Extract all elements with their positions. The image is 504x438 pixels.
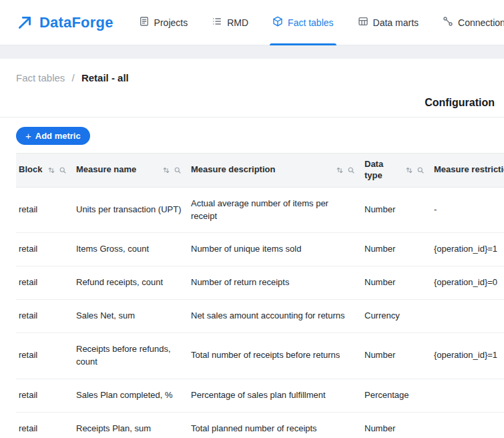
column-label: Data type [364, 159, 401, 182]
connections-icon [443, 16, 453, 29]
cell-type: Number [362, 333, 431, 379]
cell-block: retail [16, 300, 73, 333]
cell-block: retail [16, 379, 73, 412]
add-metric-button[interactable]: + Add metric [16, 127, 90, 145]
cell-type: Number [362, 266, 431, 300]
cell-description: Percentage of sales plan fulfillment [188, 379, 362, 412]
top-navigation: DataForge Projects RMD [0, 0, 504, 45]
cell-description: Total planned number of receipts [188, 412, 362, 438]
section-header: Configuration [0, 97, 504, 118]
content-area: Fact tables / Retail - all Configuration… [0, 59, 504, 438]
nav-item-label: Fact tables [288, 17, 333, 28]
cell-type: Number [362, 187, 431, 233]
metrics-table-wrap: BlockMeasure nameMeasure descriptionData… [16, 153, 504, 438]
metrics-table: BlockMeasure nameMeasure descriptionData… [16, 153, 504, 438]
cell-restrictions: {operation_id}=1 [431, 333, 504, 379]
column-header-description[interactable]: Measure description [188, 154, 362, 188]
brand-name: DataForge [39, 14, 113, 31]
cell-description: Total number of receipts before returns [188, 333, 362, 379]
brand-logo[interactable]: DataForge [16, 14, 113, 31]
metrics-table-body: retailUnits per transaction (UPT)Actual … [16, 187, 504, 438]
cell-description: Net sales amount accounting for returns [188, 300, 362, 333]
data-marts-icon [358, 16, 368, 29]
column-label: Measure description [191, 164, 275, 176]
cell-block: retail [16, 333, 73, 379]
cell-name: Sales Net, sum [73, 300, 188, 333]
column-header-name[interactable]: Measure name [73, 154, 188, 188]
cell-type: Number [362, 233, 431, 266]
column-controls [47, 166, 67, 174]
cell-restrictions: {operation_id}=1 [431, 233, 504, 266]
column-header-type[interactable]: Data type [362, 154, 431, 188]
nav-item-label: Projects [154, 17, 188, 28]
nav-item-fact-tables[interactable]: Fact tables [272, 0, 333, 45]
cell-description: Actual average number of items per recei… [188, 187, 362, 233]
table-row[interactable]: retailSales Net, sumNet sales amount acc… [16, 300, 504, 333]
cell-name: Units per transaction (UPT) [73, 187, 188, 233]
search-icon[interactable] [417, 166, 425, 174]
cell-block: retail [16, 266, 73, 300]
search-icon[interactable] [347, 166, 355, 174]
cell-name: Items Gross, count [73, 233, 188, 266]
search-icon[interactable] [59, 166, 67, 174]
cell-description: Number of return receipts [188, 266, 362, 300]
breadcrumb-separator: / [72, 72, 75, 83]
sort-icon[interactable] [405, 166, 413, 174]
search-icon[interactable] [174, 166, 182, 174]
cell-restrictions [431, 379, 504, 412]
nav-item-label: Connections [458, 17, 504, 28]
column-controls [405, 166, 425, 174]
cell-name: Receipts Plan, sum [73, 412, 188, 438]
cell-name: Refund receipts, count [73, 266, 188, 300]
projects-icon [139, 16, 150, 29]
nav-item-connections[interactable]: Connections [443, 0, 504, 45]
table-row[interactable]: retailItems Gross, countNumber of unique… [16, 233, 504, 266]
cell-type: Number [362, 412, 431, 438]
column-controls [162, 166, 182, 174]
cell-type: Currency [362, 300, 431, 333]
column-label: Measure restrictions [434, 164, 504, 176]
cell-name: Sales Plan completed, % [73, 379, 188, 412]
breadcrumb: Fact tables / Retail - all [0, 59, 504, 83]
rmd-icon [212, 16, 222, 29]
column-header-block[interactable]: Block [16, 154, 73, 188]
cell-restrictions [431, 412, 504, 438]
cell-restrictions [431, 300, 504, 333]
nav-item-data-marts[interactable]: Data marts [358, 0, 419, 45]
nav-items: Projects RMD Fact tables [139, 0, 504, 45]
column-controls [336, 166, 355, 174]
nav-item-label: Data marts [373, 17, 419, 28]
column-label: Measure name [76, 164, 136, 176]
table-row[interactable]: retailUnits per transaction (UPT)Actual … [16, 187, 504, 233]
table-row[interactable]: retailReceipts before refunds, countTota… [16, 333, 504, 379]
cell-block: retail [16, 187, 73, 233]
table-row[interactable]: retailSales Plan completed, %Percentage … [16, 379, 504, 412]
cell-block: retail [16, 412, 73, 438]
plus-icon: + [25, 131, 31, 141]
nav-item-label: RMD [227, 17, 248, 28]
cell-restrictions: - [431, 187, 504, 233]
table-row[interactable]: retailRefund receipts, countNumber of re… [16, 266, 504, 300]
add-metric-label: Add metric [35, 131, 81, 141]
column-header-restrictions[interactable]: Measure restrictions [431, 154, 504, 188]
nav-item-projects[interactable]: Projects [139, 0, 188, 45]
cell-block: retail [16, 233, 73, 266]
column-label: Block [19, 164, 42, 176]
page-background-gap [0, 45, 504, 59]
sort-icon[interactable] [47, 166, 55, 174]
table-row[interactable]: retailReceipts Plan, sumTotal planned nu… [16, 412, 504, 438]
nav-item-rmd[interactable]: RMD [212, 0, 248, 45]
breadcrumb-current: Retail - all [81, 72, 129, 83]
cell-name: Receipts before refunds, count [73, 333, 188, 379]
fact-tables-icon [272, 16, 283, 29]
breadcrumb-parent[interactable]: Fact tables [16, 72, 65, 83]
sort-icon[interactable] [162, 166, 170, 174]
cell-restrictions: {operation_id}=0 [431, 266, 504, 300]
cell-type: Percentage [362, 379, 431, 412]
tab-configuration[interactable]: Configuration [425, 97, 495, 109]
cell-description: Number of unique items sold [188, 233, 362, 266]
toolbar: + Add metric [0, 118, 504, 145]
brand-arrow-icon [16, 14, 33, 31]
sort-icon[interactable] [336, 166, 344, 174]
table-header: BlockMeasure nameMeasure descriptionData… [16, 154, 504, 188]
